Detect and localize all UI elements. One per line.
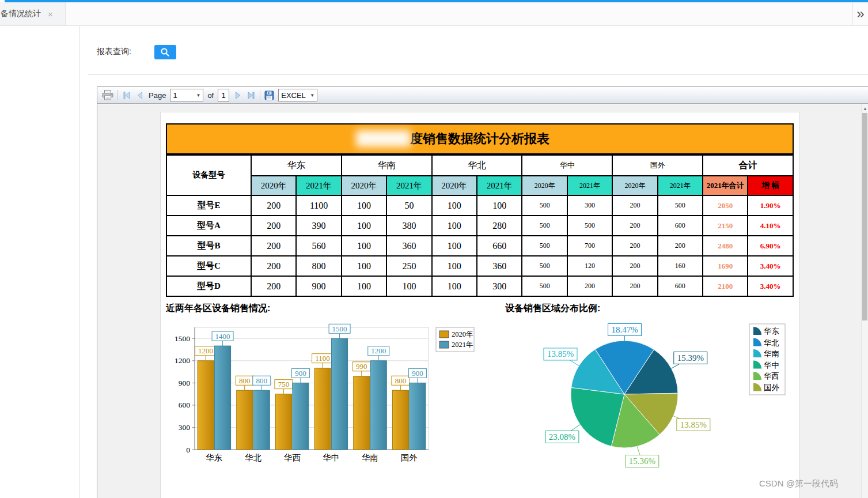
- value-cell: 160: [658, 256, 703, 276]
- save-icon[interactable]: [264, 90, 274, 100]
- col-header-2021: 2021年: [296, 176, 341, 195]
- toolbar-separator: [260, 90, 260, 100]
- value-cell: 200: [612, 236, 657, 256]
- search-button[interactable]: [154, 45, 176, 59]
- svg-text:900: 900: [295, 369, 306, 378]
- svg-text:1500: 1500: [332, 325, 347, 333]
- svg-text:300: 300: [179, 423, 191, 432]
- scrollbar-up-arrow[interactable]: ▲: [862, 106, 868, 112]
- pie-chart: 15.39%13.85%15.36%23.08%13.85%18.47%华东华北…: [505, 318, 805, 478]
- value-cell: 100: [432, 195, 477, 216]
- col-header-2021: 2021年: [477, 176, 522, 195]
- value-cell: 200: [612, 216, 657, 236]
- col-group-total: 合计: [703, 155, 793, 176]
- value-cell: 380: [386, 216, 431, 236]
- svg-text:18.47%: 18.47%: [611, 325, 638, 334]
- value-cell: 280: [477, 216, 522, 236]
- growth-cell: 3.40%: [748, 256, 793, 276]
- value-cell: 200: [251, 195, 296, 216]
- report-title: 度销售数据统计分析报表: [410, 130, 549, 148]
- svg-text:华南: 华南: [362, 453, 378, 462]
- value-cell: 200: [251, 276, 296, 296]
- svg-text:2021年: 2021年: [452, 341, 473, 349]
- svg-text:华北: 华北: [764, 338, 779, 347]
- tab-label: 备情况统计: [1, 9, 41, 19]
- value-cell: 1100: [296, 195, 341, 216]
- value-cell: 200: [612, 195, 657, 216]
- tab-close-icon[interactable]: ×: [48, 9, 53, 19]
- svg-text:1200: 1200: [175, 356, 190, 365]
- svg-text:华西: 华西: [284, 453, 301, 462]
- value-cell: 200: [658, 236, 703, 256]
- svg-text:600: 600: [179, 401, 191, 409]
- table-row: 型号D20090010010010030050020020060021003.4…: [166, 276, 793, 296]
- sidebar-divider: [79, 26, 79, 498]
- value-cell: 250: [386, 256, 431, 276]
- table-row: 型号A20039010038010028050050020060021504.1…: [166, 216, 793, 236]
- total-cell: 2480: [703, 236, 748, 256]
- tab-device-stats[interactable]: 备情况统计 ×: [0, 2, 66, 25]
- search-icon: [160, 47, 170, 58]
- value-cell: 500: [567, 216, 612, 236]
- svg-text:800: 800: [256, 376, 268, 385]
- svg-text:国外: 国外: [764, 383, 780, 392]
- tab-overflow-icon[interactable]: »: [852, 2, 868, 25]
- value-cell: 600: [658, 216, 703, 236]
- value-cell: 200: [251, 256, 296, 276]
- value-cell: 50: [386, 195, 431, 216]
- watermark: CSDN @第一段代码: [759, 478, 838, 489]
- svg-text:800: 800: [395, 376, 407, 385]
- svg-text:2020年: 2020年: [452, 330, 473, 338]
- scrollbar-thumb[interactable]: [862, 113, 867, 320]
- model-cell: 型号E: [166, 195, 251, 216]
- value-cell: 100: [386, 276, 431, 296]
- table-row: 型号E20011001005010010050030020050020501.9…: [166, 195, 793, 216]
- export-format-select[interactable]: EXCEL▼: [278, 89, 317, 101]
- col-header-2021: 2021年: [658, 176, 703, 195]
- col-header-2020: 2020年: [612, 176, 657, 195]
- vertical-scrollbar[interactable]: ▲: [861, 104, 868, 498]
- value-cell: 100: [432, 216, 477, 236]
- value-cell: 500: [522, 276, 567, 296]
- model-cell: 型号C: [166, 256, 251, 276]
- svg-text:13.85%: 13.85%: [547, 349, 574, 359]
- next-page-button[interactable]: [233, 91, 242, 100]
- page-label: Page: [149, 91, 166, 100]
- col-header-2020: 2020年: [251, 176, 296, 195]
- report-viewer: Page 1▼ of 1 EXCEL▼ 度销售数据统计: [97, 86, 868, 498]
- svg-text:23.08%: 23.08%: [549, 432, 575, 442]
- print-icon[interactable]: [102, 90, 113, 100]
- svg-text:华北: 华北: [245, 453, 262, 462]
- svg-text:1500: 1500: [175, 334, 190, 343]
- col-header-2021: 2021年: [386, 176, 431, 195]
- page-select[interactable]: 1▼: [170, 89, 203, 101]
- growth-cell: 4.10%: [748, 216, 793, 236]
- value-cell: 500: [522, 256, 567, 276]
- query-separator: [88, 74, 868, 75]
- col-header-2020: 2020年: [432, 176, 477, 195]
- svg-text:15.36%: 15.36%: [629, 456, 655, 466]
- svg-text:13.85%: 13.85%: [680, 420, 707, 429]
- report-page: 度销售数据统计分析报表 设备型号华东华南华北华中国外合计2020年2021年20…: [160, 112, 799, 498]
- value-cell: 360: [477, 256, 522, 276]
- col-header-growth: 增 幅: [748, 176, 793, 195]
- value-cell: 300: [477, 276, 522, 296]
- value-cell: 200: [612, 276, 657, 296]
- value-cell: 120: [567, 256, 612, 276]
- col-group-region: 华北: [432, 155, 522, 176]
- prev-page-button[interactable]: [135, 91, 145, 100]
- table-row: 型号C20080010025010036050012020016016903.4…: [166, 256, 793, 276]
- value-cell: 660: [477, 236, 522, 256]
- svg-text:1200: 1200: [371, 346, 386, 355]
- value-cell: 200: [251, 236, 296, 256]
- value-cell: 100: [342, 195, 386, 216]
- value-cell: 700: [567, 236, 612, 256]
- growth-cell: 3.40%: [748, 276, 793, 296]
- of-label: of: [207, 91, 214, 100]
- first-page-button[interactable]: [122, 91, 131, 100]
- svg-text:1400: 1400: [215, 332, 230, 341]
- value-cell: 100: [432, 276, 477, 296]
- value-cell: 600: [658, 276, 703, 296]
- value-cell: 100: [342, 276, 386, 296]
- last-page-button[interactable]: [247, 91, 256, 100]
